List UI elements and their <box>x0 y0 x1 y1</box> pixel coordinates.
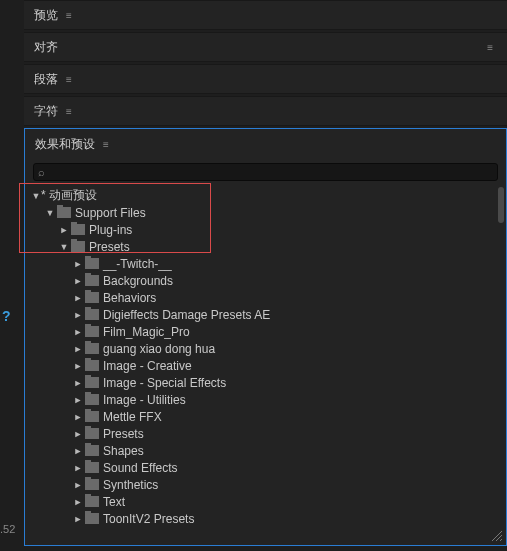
help-icon[interactable]: ? <box>2 308 11 324</box>
disclosure-arrow-icon[interactable] <box>73 259 83 269</box>
disclosure-arrow-icon[interactable] <box>59 242 69 252</box>
folder-icon <box>85 513 99 524</box>
folder-icon <box>85 343 99 354</box>
disclosure-arrow-icon[interactable] <box>73 276 83 286</box>
panel-menu-icon[interactable]: ≡ <box>487 42 493 53</box>
left-strip: ? .52 <box>0 0 16 551</box>
tree-label: * 动画预设 <box>41 187 97 204</box>
panel-title: 效果和预设 <box>35 136 95 153</box>
tree-item[interactable]: Image - Creative <box>31 357 506 374</box>
folder-icon <box>85 462 99 473</box>
tree-item-plugins[interactable]: Plug-ins <box>31 221 506 238</box>
search-row: ⌕ <box>25 161 506 185</box>
disclosure-arrow-icon[interactable] <box>73 412 83 422</box>
tree-item-presets[interactable]: Presets <box>31 238 506 255</box>
tree-label: Image - Special Effects <box>103 376 226 390</box>
folder-icon <box>85 326 99 337</box>
panel-paragraph[interactable]: 段落 ≡ <box>24 64 507 94</box>
tree-label: guang xiao dong hua <box>103 342 215 356</box>
folder-icon <box>85 496 99 507</box>
folder-icon <box>85 377 99 388</box>
tree-root-animation-presets[interactable]: * 动画预设 <box>31 187 506 204</box>
folder-icon <box>85 479 99 490</box>
scrollbar-thumb[interactable] <box>498 187 504 223</box>
disclosure-arrow-icon[interactable] <box>73 327 83 337</box>
folder-icon <box>85 309 99 320</box>
folder-icon <box>85 445 99 456</box>
disclosure-arrow-icon[interactable] <box>73 446 83 456</box>
panel-title: 预览 <box>34 7 58 24</box>
folder-icon <box>85 394 99 405</box>
tree-label: Behaviors <box>103 291 156 305</box>
disclosure-arrow-icon[interactable] <box>73 344 83 354</box>
tree-item[interactable]: Film_Magic_Pro <box>31 323 506 340</box>
disclosure-arrow-icon[interactable] <box>73 361 83 371</box>
tree-item[interactable]: Synthetics <box>31 476 506 493</box>
tree-label: Sound Effects <box>103 461 178 475</box>
tree-item[interactable]: Shapes <box>31 442 506 459</box>
panel-align[interactable]: 对齐 ≡ <box>24 32 507 62</box>
panel-menu-icon[interactable]: ≡ <box>66 74 72 85</box>
disclosure-arrow-icon[interactable] <box>73 480 83 490</box>
disclosure-arrow-icon[interactable] <box>59 225 69 235</box>
tree-label: Presets <box>103 427 144 441</box>
panel-effects-presets: 效果和预设 ≡ ⌕ * 动画预设 Support Files Plug-i <box>24 128 507 546</box>
disclosure-arrow-icon[interactable] <box>73 310 83 320</box>
folder-icon <box>85 360 99 371</box>
tree-label: ToonItV2 Presets <box>103 512 194 526</box>
tree-item-support-files[interactable]: Support Files <box>31 204 506 221</box>
tree-item[interactable]: Image - Utilities <box>31 391 506 408</box>
folder-icon <box>71 224 85 235</box>
panel-menu-icon[interactable]: ≡ <box>103 139 109 150</box>
disclosure-arrow-icon[interactable] <box>73 395 83 405</box>
tree-label: __-Twitch-__ <box>103 257 172 271</box>
tree-item[interactable]: ToonItV2 Presets <box>31 510 506 527</box>
disclosure-arrow-icon[interactable] <box>73 497 83 507</box>
folder-icon <box>57 207 71 218</box>
disclosure-arrow-icon[interactable] <box>73 293 83 303</box>
tree-label: Shapes <box>103 444 144 458</box>
effects-header[interactable]: 效果和预设 ≡ <box>25 129 506 159</box>
tree-label: Backgrounds <box>103 274 173 288</box>
folder-icon <box>85 275 99 286</box>
tree-item[interactable]: Image - Special Effects <box>31 374 506 391</box>
disclosure-arrow-icon[interactable] <box>45 208 55 218</box>
folder-icon <box>85 292 99 303</box>
tree-item[interactable]: __-Twitch-__ <box>31 255 506 272</box>
disclosure-arrow-icon[interactable] <box>73 378 83 388</box>
panel-character[interactable]: 字符 ≡ <box>24 96 507 126</box>
tree-item[interactable]: Presets <box>31 425 506 442</box>
tree-label: Image - Utilities <box>103 393 186 407</box>
panel-menu-icon[interactable]: ≡ <box>66 10 72 21</box>
timestamp-label: .52 <box>0 523 15 535</box>
panel-title: 对齐 <box>34 39 58 56</box>
panel-preview[interactable]: 预览 ≡ <box>24 0 507 30</box>
tree-item[interactable]: Sound Effects <box>31 459 506 476</box>
disclosure-arrow-icon[interactable] <box>73 514 83 524</box>
panel-menu-icon[interactable]: ≡ <box>66 106 72 117</box>
search-input[interactable]: ⌕ <box>33 163 498 181</box>
tree-label: Digieffects Damage Presets AE <box>103 308 270 322</box>
folder-icon <box>85 411 99 422</box>
tree-item[interactable]: guang xiao dong hua <box>31 340 506 357</box>
tree-label: Synthetics <box>103 478 158 492</box>
tree-label: Plug-ins <box>89 223 132 237</box>
folder-icon <box>85 258 99 269</box>
disclosure-arrow-icon[interactable] <box>73 463 83 473</box>
tree-label: Mettle FFX <box>103 410 162 424</box>
panels-stack: 预览 ≡ 对齐 ≡ 段落 ≡ 字符 ≡ 效果和预设 ≡ ⌕ * 动画预设 <box>24 0 507 546</box>
tree-item[interactable]: Behaviors <box>31 289 506 306</box>
tree-item[interactable]: Backgrounds <box>31 272 506 289</box>
panel-title: 字符 <box>34 103 58 120</box>
preset-tree: * 动画预设 Support Files Plug-ins Presets __… <box>25 185 506 527</box>
tree-label: Film_Magic_Pro <box>103 325 190 339</box>
tree-item[interactable]: Mettle FFX <box>31 408 506 425</box>
tree-item[interactable]: Text <box>31 493 506 510</box>
tree-item[interactable]: Digieffects Damage Presets AE <box>31 306 506 323</box>
disclosure-arrow-icon[interactable] <box>73 429 83 439</box>
tree-label: Image - Creative <box>103 359 192 373</box>
resize-handle[interactable] <box>490 529 504 543</box>
search-icon: ⌕ <box>38 166 45 178</box>
tree-label: Support Files <box>75 206 146 220</box>
disclosure-arrow-icon[interactable] <box>31 191 41 201</box>
